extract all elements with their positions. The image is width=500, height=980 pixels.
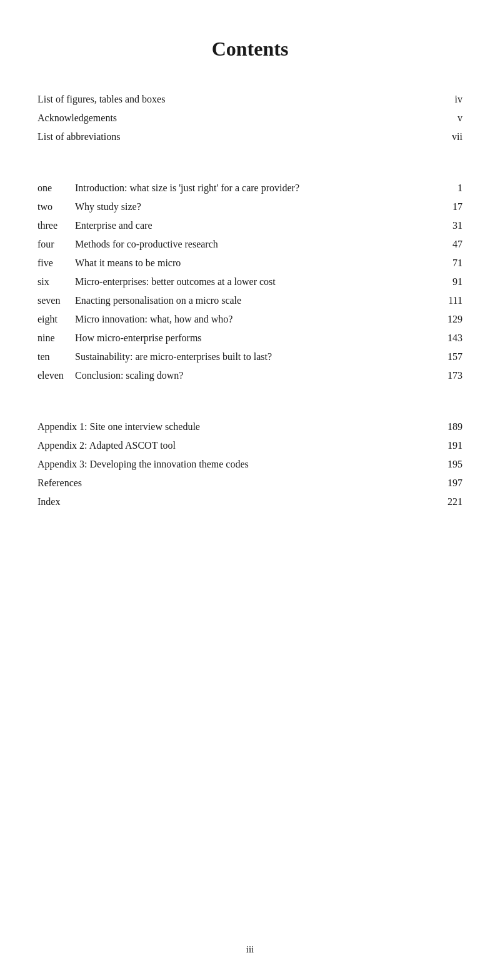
chapter-title-10: Conclusion: scaling down? — [75, 368, 438, 383]
chapter-title-8: How micro-enterprise performs — [75, 331, 438, 346]
prelim-row-2: List of abbreviations vii — [38, 129, 462, 144]
appendices-section: Appendix 1: Site one interview schedule … — [38, 419, 462, 509]
appendix-page-2: 195 — [438, 457, 462, 472]
chapter-page-10: 173 — [438, 368, 462, 383]
chapter-page-8: 143 — [438, 331, 462, 346]
appendix-title-2: Appendix 3: Developing the innovation th… — [38, 457, 438, 472]
chapter-page-4: 71 — [438, 256, 462, 271]
chapter-number-6: seven — [38, 293, 75, 308]
prelim-title-1: Acknowledgements — [38, 111, 438, 126]
appendix-row-0: Appendix 1: Site one interview schedule … — [38, 419, 462, 434]
chapter-row-4: five What it means to be micro 71 — [38, 256, 462, 271]
chapter-page-7: 129 — [438, 312, 462, 327]
chapter-row-6: seven Enacting personalisation on a micr… — [38, 293, 462, 308]
prelim-row-0: List of figures, tables and boxes iv — [38, 92, 462, 107]
chapter-number-2: three — [38, 218, 75, 233]
prelim-title-2: List of abbreviations — [38, 129, 438, 144]
footer: iii — [0, 944, 500, 955]
chapter-title-9: Sustainability: are micro-enterprises bu… — [75, 349, 438, 364]
chapter-page-0: 1 — [438, 181, 462, 196]
chapter-number-5: six — [38, 274, 75, 289]
chapter-number-7: eight — [38, 312, 75, 327]
chapter-row-5: six Micro-enterprises: better outcomes a… — [38, 274, 462, 289]
appendix-page-3: 197 — [438, 476, 462, 491]
prelim-row-1: Acknowledgements v — [38, 111, 462, 126]
chapter-number-10: eleven — [38, 368, 75, 383]
appendix-row-4: Index 221 — [38, 494, 462, 509]
page-number: iii — [246, 944, 254, 954]
chapter-number-1: two — [38, 199, 75, 214]
appendix-title-3: References — [38, 476, 438, 491]
chapter-row-2: three Enterprise and care 31 — [38, 218, 462, 233]
appendix-page-0: 189 — [438, 419, 462, 434]
page-title: Contents — [38, 38, 462, 61]
chapter-page-1: 17 — [438, 199, 462, 214]
chapter-number-4: five — [38, 256, 75, 271]
chapter-title-7: Micro innovation: what, how and who? — [75, 312, 438, 327]
appendix-row-3: References 197 — [38, 476, 462, 491]
chapter-title-6: Enacting personalisation on a micro scal… — [75, 293, 438, 308]
chapter-number-9: ten — [38, 349, 75, 364]
prelims-section: List of figures, tables and boxes iv Ack… — [38, 92, 462, 144]
appendix-page-4: 221 — [438, 494, 462, 509]
chapter-title-0: Introduction: what size is 'just right' … — [75, 181, 438, 196]
chapter-row-1: two Why study size? 17 — [38, 199, 462, 214]
chapter-row-0: one Introduction: what size is 'just rig… — [38, 181, 462, 196]
prelim-page-0: iv — [438, 92, 462, 107]
chapter-row-3: four Methods for co-productive research … — [38, 237, 462, 252]
chapter-title-5: Micro-enterprises: better outcomes at a … — [75, 274, 438, 289]
chapter-page-3: 47 — [438, 237, 462, 252]
chapter-number-0: one — [38, 181, 75, 196]
chapter-page-9: 157 — [438, 349, 462, 364]
chapters-section: one Introduction: what size is 'just rig… — [38, 181, 462, 383]
chapter-title-3: Methods for co-productive research — [75, 237, 438, 252]
chapter-title-2: Enterprise and care — [75, 218, 438, 233]
page: Contents List of figures, tables and box… — [0, 0, 500, 980]
appendix-row-1: Appendix 2: Adapted ASCOT tool 191 — [38, 438, 462, 453]
chapter-number-8: nine — [38, 331, 75, 346]
appendix-title-1: Appendix 2: Adapted ASCOT tool — [38, 438, 438, 453]
prelim-page-1: v — [438, 111, 462, 126]
chapter-row-10: eleven Conclusion: scaling down? 173 — [38, 368, 462, 383]
chapter-row-7: eight Micro innovation: what, how and wh… — [38, 312, 462, 327]
appendix-title-0: Appendix 1: Site one interview schedule — [38, 419, 438, 434]
chapter-row-9: ten Sustainability: are micro-enterprise… — [38, 349, 462, 364]
chapter-title-1: Why study size? — [75, 199, 438, 214]
appendix-title-4: Index — [38, 494, 438, 509]
chapter-page-6: 111 — [438, 293, 462, 308]
chapter-number-3: four — [38, 237, 75, 252]
chapter-page-5: 91 — [438, 274, 462, 289]
chapter-title-4: What it means to be micro — [75, 256, 438, 271]
prelim-page-2: vii — [438, 129, 462, 144]
chapter-page-2: 31 — [438, 218, 462, 233]
appendix-page-1: 191 — [438, 438, 462, 453]
appendix-row-2: Appendix 3: Developing the innovation th… — [38, 457, 462, 472]
chapter-row-8: nine How micro-enterprise performs 143 — [38, 331, 462, 346]
prelim-title-0: List of figures, tables and boxes — [38, 92, 438, 107]
